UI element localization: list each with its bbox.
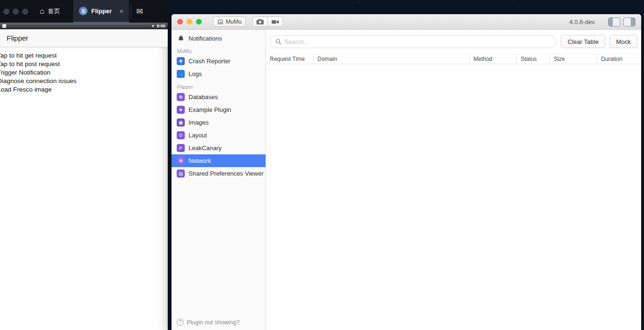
- column-header-size[interactable]: Size: [550, 54, 597, 64]
- sidebar-section-mumu: MuMu: [172, 44, 266, 55]
- sidebar-item-label: LeakCanary: [189, 144, 222, 152]
- sidebar-item-label: Network: [189, 157, 211, 164]
- network-icon: ⊕: [177, 157, 185, 165]
- sidebar-item-logs[interactable]: → Logs: [172, 68, 266, 80]
- crash-reporter-icon: ✚: [177, 57, 185, 65]
- status-time: 6:06: [157, 24, 165, 28]
- sidebar-item-label: Layout: [189, 132, 207, 139]
- flipper-tab[interactable]: S Flipper ×: [73, 0, 129, 23]
- plugin-not-showing-link[interactable]: ? Plugin not showing?: [177, 319, 240, 326]
- column-header-request-time[interactable]: Request Time: [266, 54, 313, 64]
- network-table-body[interactable]: [266, 64, 641, 330]
- toggle-left-panel-button[interactable]: [608, 17, 620, 26]
- network-toolbar: Clear Table Mock: [266, 30, 641, 54]
- android-emulator: ⌂ 首页 S Flipper × ✉ ▼ 6:06 Flipper Tap to…: [0, 0, 168, 330]
- window-titlebar: MuMu 4.0.8-dev: [172, 14, 641, 30]
- sidebar-item-shared-preferences-viewer[interactable]: ▤ Shared Preferences Viewer: [172, 167, 266, 180]
- sidebar-item-label: Logs: [189, 70, 202, 77]
- notification-square-icon: [2, 24, 6, 28]
- list-item[interactable]: Diagnose connection issues: [0, 77, 168, 85]
- tabbar-divider: [131, 4, 131, 18]
- toggle-right-panel-button[interactable]: [623, 17, 635, 26]
- app-title: Flipper: [7, 34, 28, 42]
- column-header-method[interactable]: Method: [469, 54, 516, 64]
- mock-button[interactable]: Mock: [610, 35, 637, 48]
- mail-icon[interactable]: ✉: [136, 7, 143, 17]
- device-selector-label: MuMu: [226, 18, 241, 25]
- zoom-window-button[interactable]: [196, 19, 202, 25]
- sidebar-item-label: Crash Reporter: [189, 58, 231, 65]
- camera-icon: [257, 19, 264, 25]
- column-header-duration[interactable]: Duration: [597, 54, 641, 64]
- layout-icon: ⊙: [177, 131, 185, 139]
- sidebar-item-label: Shared Preferences Viewer: [189, 170, 264, 177]
- sidebar-item-layout[interactable]: ⊙ Layout: [172, 129, 266, 142]
- tab-dot-icon[interactable]: [13, 8, 19, 15]
- example-plugin-icon: ★: [177, 106, 185, 114]
- sidebar-item-label: Images: [189, 119, 209, 126]
- shared-preferences-icon: ▤: [177, 169, 185, 178]
- network-table-header: Request Time Domain Method Status Size D…: [266, 54, 641, 64]
- sidebar-item-label: Example Plugin: [189, 106, 231, 113]
- column-header-domain[interactable]: Domain: [313, 54, 469, 64]
- screen-record-button[interactable]: [268, 17, 283, 27]
- signal-icon: ▼: [151, 24, 155, 28]
- sidebar-item-network[interactable]: ⊕ Network: [172, 154, 266, 167]
- list-item[interactable]: Trigger Notification: [0, 68, 168, 77]
- flipper-window: MuMu 4.0.8-dev Notifications MuMu: [172, 14, 641, 330]
- flipper-logo-icon: S: [79, 7, 87, 15]
- bell-icon: [177, 35, 185, 42]
- sidebar-item-leakcanary[interactable]: ✐ LeakCanary: [172, 142, 266, 154]
- flipper-tab-label: Flipper: [91, 8, 112, 15]
- android-status-bar: ▼ 6:06: [0, 23, 168, 29]
- device-selector-button[interactable]: MuMu: [213, 17, 246, 27]
- column-header-status[interactable]: Status: [516, 54, 550, 64]
- leakcanary-icon: ✐: [177, 144, 185, 152]
- search-box[interactable]: [270, 35, 557, 48]
- demo-action-list: Tap to hit get request Tap to hit post r…: [0, 47, 168, 94]
- sidebar-item-crash-reporter[interactable]: ✚ Crash Reporter: [172, 55, 266, 68]
- search-icon: [275, 38, 282, 45]
- app-toolbar: Flipper: [0, 29, 168, 47]
- sidebar-item-example-plugin[interactable]: ★ Example Plugin: [172, 103, 266, 116]
- search-input[interactable]: [284, 38, 551, 45]
- sidebar-item-databases[interactable]: ⊕ Databases: [172, 91, 266, 103]
- sidebar-item-images[interactable]: ▣ Images: [172, 116, 266, 129]
- screenshot-button[interactable]: [252, 17, 268, 27]
- video-camera-icon: [272, 19, 279, 25]
- question-circle-icon: ?: [177, 319, 184, 326]
- network-plugin-panel: Clear Table Mock Request Time Domain Met…: [266, 30, 641, 330]
- list-item[interactable]: Tap to hit get request: [0, 51, 168, 60]
- plugin-not-showing-label: Plugin not showing?: [187, 319, 240, 326]
- list-item[interactable]: Load Fresco image: [0, 85, 168, 94]
- tab-dot-icon[interactable]: [22, 8, 28, 15]
- tab-dot-icon[interactable]: [3, 8, 9, 15]
- list-item[interactable]: Tap to hit post request: [0, 60, 168, 68]
- close-window-button[interactable]: [177, 19, 183, 25]
- close-tab-icon[interactable]: ×: [120, 7, 124, 15]
- sidebar-item-label: Notifications: [189, 35, 222, 42]
- images-icon: ▣: [177, 118, 185, 127]
- home-tab-label: 首页: [48, 7, 60, 16]
- plugin-sidebar: Notifications MuMu ✚ Crash Reporter → Lo…: [172, 30, 266, 330]
- sidebar-item-notifications[interactable]: Notifications: [172, 32, 266, 44]
- home-tab[interactable]: ⌂ 首页: [40, 7, 60, 16]
- sidebar-section-flipper: Flipper: [172, 80, 266, 91]
- emulator-tab-bar: ⌂ 首页 S Flipper × ✉: [0, 0, 168, 23]
- minimize-window-button[interactable]: [187, 19, 192, 25]
- logs-icon: →: [177, 70, 185, 78]
- databases-icon: ⊕: [177, 93, 185, 101]
- home-icon: ⌂: [40, 7, 44, 16]
- laptop-icon: [217, 19, 223, 25]
- version-label: 4.0.8-dev: [569, 18, 595, 25]
- sidebar-item-label: Databases: [189, 93, 218, 101]
- clear-table-button[interactable]: Clear Table: [561, 35, 605, 48]
